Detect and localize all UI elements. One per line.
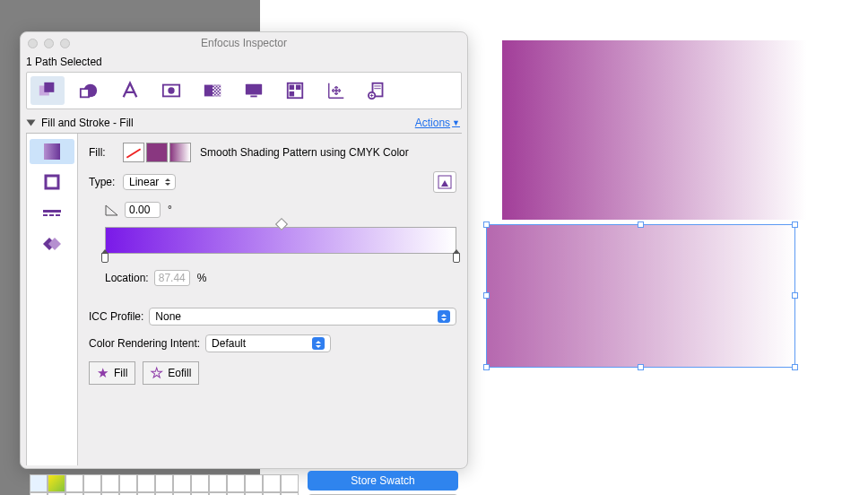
canvas-area bbox=[502, 40, 807, 220]
tool-text[interactable] bbox=[113, 76, 147, 105]
tool-separations[interactable] bbox=[278, 76, 312, 105]
selection-handle[interactable] bbox=[792, 364, 798, 370]
svg-rect-11 bbox=[250, 96, 256, 98]
dropdown-icon bbox=[438, 310, 450, 323]
selection-handle[interactable] bbox=[638, 364, 644, 370]
fillrule-fill-button[interactable]: ★Fill bbox=[89, 361, 135, 385]
cri-label: Color Rendering Intent: bbox=[89, 337, 200, 350]
tool-prepress[interactable] bbox=[360, 76, 395, 105]
svg-rect-23 bbox=[43, 214, 48, 216]
svg-rect-24 bbox=[49, 214, 54, 216]
actions-label: Actions bbox=[415, 117, 450, 129]
angle-unit: ° bbox=[168, 204, 172, 216]
swatch-grid bbox=[30, 474, 299, 495]
chevron-down-icon: ▼ bbox=[452, 118, 460, 127]
svg-rect-21 bbox=[46, 176, 58, 188]
tool-position[interactable] bbox=[319, 76, 353, 105]
svg-rect-3 bbox=[81, 89, 89, 97]
cri-value: Default bbox=[212, 337, 246, 350]
fill-label: Fill: bbox=[89, 146, 123, 159]
titlebar[interactable]: Enfocus Inspector bbox=[21, 32, 467, 54]
svg-rect-17 bbox=[374, 86, 380, 87]
swatch-cell[interactable] bbox=[263, 474, 281, 492]
fill-solid-button[interactable] bbox=[146, 143, 168, 162]
fill-gradient-button[interactable] bbox=[169, 143, 191, 162]
selection-status: 1 Path Selected bbox=[21, 54, 467, 70]
location-label: Location: bbox=[105, 272, 149, 284]
type-label: Type: bbox=[89, 176, 123, 188]
swatch-cell[interactable] bbox=[281, 474, 299, 492]
section-header: Fill and Stroke - Fill Actions▼ bbox=[21, 111, 467, 133]
gradient-track[interactable] bbox=[105, 227, 456, 254]
selection-handle[interactable] bbox=[483, 292, 490, 299]
tool-fillstroke[interactable] bbox=[30, 76, 65, 105]
subtool-stroke[interactable] bbox=[30, 169, 74, 195]
svg-rect-14 bbox=[296, 85, 301, 91]
gradient-stop-start[interactable] bbox=[101, 253, 108, 263]
swatch-cell[interactable] bbox=[155, 474, 173, 492]
tool-shape[interactable] bbox=[72, 76, 106, 105]
gradient-grab-button[interactable] bbox=[433, 171, 456, 193]
section-title: Fill and Stroke - Fill bbox=[41, 117, 415, 129]
swatch-cell[interactable] bbox=[173, 474, 191, 492]
fillrule-fill-label: Fill bbox=[114, 367, 127, 379]
icc-select[interactable]: None bbox=[149, 308, 456, 326]
svg-point-5 bbox=[168, 87, 174, 93]
dropdown-icon bbox=[312, 337, 325, 350]
icc-label: ICC Profile: bbox=[89, 310, 143, 323]
selection-handle[interactable] bbox=[483, 364, 490, 370]
swatch-cell[interactable] bbox=[65, 474, 83, 492]
swatch-cell[interactable] bbox=[209, 474, 227, 492]
fill-none-button[interactable] bbox=[123, 143, 144, 162]
location-unit: % bbox=[197, 272, 207, 284]
swatch-cell[interactable] bbox=[191, 474, 209, 492]
swatch-cell[interactable] bbox=[30, 474, 48, 492]
icc-value: None bbox=[155, 310, 181, 323]
cri-select[interactable]: Default bbox=[205, 334, 331, 352]
type-select[interactable]: Linear bbox=[123, 174, 176, 190]
main-toolbar bbox=[26, 72, 462, 109]
svg-rect-18 bbox=[374, 88, 380, 89]
gradient-stop-end[interactable] bbox=[453, 253, 460, 263]
swatch-cell[interactable] bbox=[245, 474, 263, 492]
type-value: Linear bbox=[129, 176, 159, 188]
svg-rect-20 bbox=[44, 143, 60, 160]
subtool-rail bbox=[26, 134, 78, 465]
subtool-fill[interactable] bbox=[30, 139, 74, 164]
angle-input[interactable] bbox=[125, 202, 161, 218]
svg-rect-1 bbox=[44, 82, 54, 92]
gradient-editor[interactable] bbox=[105, 227, 456, 254]
fill-description: Smooth Shading Pattern using CMYK Color bbox=[200, 146, 409, 159]
subtool-overprint[interactable] bbox=[30, 230, 74, 256]
inspector-panel: Enfocus Inspector 1 Path Selected Fill a… bbox=[20, 31, 468, 469]
swatch-cell[interactable] bbox=[48, 474, 65, 492]
actions-menu[interactable]: Actions▼ bbox=[415, 117, 460, 129]
disclosure-triangle-icon[interactable] bbox=[27, 120, 36, 126]
panel-body: Fill: Smooth Shading Pattern using CMYK … bbox=[21, 134, 467, 465]
store-swatch-button[interactable]: Store Swatch bbox=[308, 471, 458, 491]
selection-handle[interactable] bbox=[792, 221, 798, 228]
gradient-shape-selected[interactable] bbox=[486, 224, 795, 368]
svg-rect-25 bbox=[56, 214, 60, 216]
swatch-cell[interactable] bbox=[137, 474, 155, 492]
star-icon: ★ bbox=[97, 365, 108, 381]
tool-screen[interactable] bbox=[237, 76, 271, 105]
gradient-shape-large bbox=[502, 40, 807, 220]
svg-rect-7 bbox=[213, 85, 221, 97]
selection-handle[interactable] bbox=[483, 221, 490, 228]
svg-rect-10 bbox=[246, 84, 262, 95]
swatch-area: Store Swatch Apply Swatch bbox=[21, 465, 467, 495]
selection-handle[interactable] bbox=[638, 221, 644, 228]
svg-rect-22 bbox=[43, 210, 61, 213]
selection-handle[interactable] bbox=[792, 292, 798, 299]
swatch-cell[interactable] bbox=[227, 474, 245, 492]
subtool-dash[interactable] bbox=[30, 200, 74, 225]
tool-transparency[interactable] bbox=[195, 76, 230, 105]
angle-icon bbox=[105, 204, 119, 216]
swatch-cell[interactable] bbox=[83, 474, 101, 492]
tool-image[interactable] bbox=[154, 76, 188, 105]
svg-rect-13 bbox=[290, 85, 295, 91]
swatch-cell[interactable] bbox=[119, 474, 137, 492]
swatch-cell[interactable] bbox=[101, 474, 119, 492]
fillrule-eofill-button[interactable]: ★Eofill bbox=[143, 361, 199, 385]
